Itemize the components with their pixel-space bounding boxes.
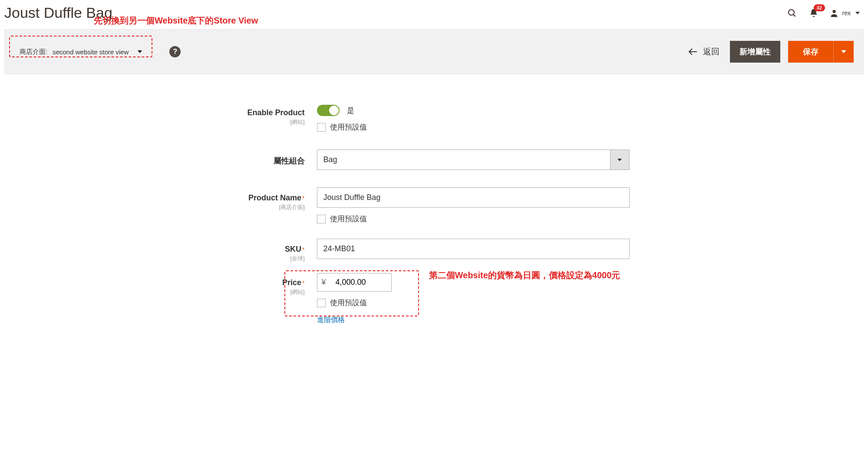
sku-input[interactable] [317, 239, 630, 259]
field-product-name: Product Name* [商店介面] 使用預設值 [187, 187, 682, 224]
store-switcher[interactable]: 商店介面: second website store view [14, 45, 148, 59]
annotation-box-price [284, 270, 419, 316]
field-price: 第二個Website的貨幣為日圓，價格設定為4000元 Price* [網站] … [187, 273, 682, 325]
annotation-price: 第二個Website的貨幣為日圓，價格設定為4000元 [429, 269, 620, 281]
store-switcher-label: 商店介面: [20, 48, 47, 56]
store-switcher-value: second website store view [53, 48, 129, 56]
svg-point-2 [832, 10, 835, 13]
enable-product-label: Enable Product [247, 108, 304, 117]
annotation-top: 先切換到另一個Website底下的Store View [94, 15, 258, 27]
sku-scope: [全球] [187, 255, 305, 263]
attribute-set-label: 屬性組合 [274, 156, 305, 165]
caret-down-icon [137, 49, 142, 54]
enable-product-scope: [網站] [187, 118, 305, 126]
header-actions: 32 rex [786, 7, 860, 19]
product-name-label: Product Name [248, 193, 301, 202]
attribute-set-caret[interactable] [610, 150, 629, 170]
notification-badge: 32 [814, 4, 825, 11]
sku-label: SKU [285, 245, 301, 253]
add-attribute-button[interactable]: 新增屬性 [730, 41, 780, 63]
caret-down-icon [617, 157, 622, 163]
arrow-left-icon [688, 48, 698, 55]
save-button[interactable]: 保存 [788, 41, 833, 63]
search-icon[interactable] [786, 7, 798, 19]
svg-line-1 [793, 14, 795, 17]
help-icon[interactable]: ? [169, 46, 181, 57]
product-name-use-default-checkbox[interactable] [317, 215, 326, 223]
caret-down-icon [855, 10, 860, 16]
notifications-icon[interactable]: 32 [808, 7, 820, 19]
caret-down-icon [841, 49, 847, 55]
field-attribute-set: 屬性組合 Bag [187, 150, 682, 170]
back-label: 返回 [703, 46, 719, 57]
product-form: Enable Product [網站] 是 使用預設值 屬性組合 Bag [174, 105, 695, 353]
save-options-toggle[interactable] [833, 41, 854, 63]
product-name-input[interactable] [317, 187, 630, 208]
enable-product-toggle[interactable] [317, 105, 340, 116]
username-label: rex [842, 10, 851, 17]
field-sku: SKU* [全球] [187, 239, 682, 263]
field-enable-product: Enable Product [網站] 是 使用預設值 [187, 105, 682, 132]
enable-product-use-default-label: 使用預設值 [330, 122, 367, 132]
attribute-set-select[interactable]: Bag [317, 150, 630, 170]
action-bar: 先切換到另一個Website底下的Store View 商店介面: second… [4, 29, 864, 74]
user-icon [829, 8, 839, 18]
product-name-use-default-label: 使用預設值 [330, 214, 367, 224]
enable-product-use-default-checkbox[interactable] [317, 123, 326, 132]
back-link[interactable]: 返回 [688, 46, 719, 57]
enable-product-value: 是 [347, 106, 354, 116]
attribute-set-value: Bag [317, 150, 610, 170]
svg-point-0 [789, 10, 794, 15]
product-name-scope: [商店介面] [187, 203, 305, 211]
user-menu[interactable]: rex [829, 8, 860, 18]
advanced-pricing-link[interactable]: 進階價格 [317, 316, 345, 325]
